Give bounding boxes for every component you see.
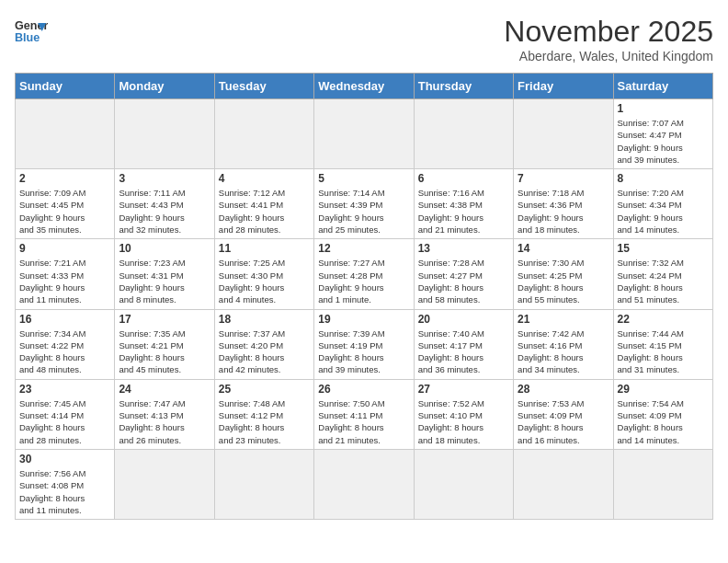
day-number: 17 xyxy=(119,313,210,326)
calendar-day-cell: 2Sunrise: 7:09 AM Sunset: 4:45 PM Daylig… xyxy=(16,169,115,239)
weekday-header-row: SundayMondayTuesdayWednesdayThursdayFrid… xyxy=(16,74,713,99)
day-info: Sunrise: 7:12 AM Sunset: 4:41 PM Dayligh… xyxy=(219,187,310,236)
location: Aberdare, Wales, United Kingdom xyxy=(504,49,713,63)
day-info: Sunrise: 7:28 AM Sunset: 4:27 PM Dayligh… xyxy=(418,257,509,305)
day-info: Sunrise: 7:48 AM Sunset: 4:12 PM Dayligh… xyxy=(219,397,310,446)
calendar-day-cell: 18Sunrise: 7:37 AM Sunset: 4:20 PM Dayli… xyxy=(214,309,313,379)
calendar-day-cell: 1Sunrise: 7:07 AM Sunset: 4:47 PM Daylig… xyxy=(613,99,712,169)
day-number: 21 xyxy=(518,313,609,326)
day-number: 12 xyxy=(318,242,409,255)
day-info: Sunrise: 7:34 AM Sunset: 4:22 PM Dayligh… xyxy=(19,327,110,376)
day-number: 13 xyxy=(418,242,509,255)
calendar-week-row: 23Sunrise: 7:45 AM Sunset: 4:14 PM Dayli… xyxy=(16,379,713,449)
calendar-day-cell: 12Sunrise: 7:27 AM Sunset: 4:28 PM Dayli… xyxy=(314,239,414,309)
calendar-day-cell: 19Sunrise: 7:39 AM Sunset: 4:19 PM Dayli… xyxy=(314,309,414,379)
calendar-day-cell: 3Sunrise: 7:11 AM Sunset: 4:43 PM Daylig… xyxy=(115,169,214,239)
calendar-day-cell xyxy=(115,99,214,169)
day-number: 26 xyxy=(318,383,409,396)
calendar-day-cell: 13Sunrise: 7:28 AM Sunset: 4:27 PM Dayli… xyxy=(414,239,513,309)
calendar-day-cell xyxy=(414,99,513,169)
day-number: 19 xyxy=(318,313,409,326)
day-info: Sunrise: 7:30 AM Sunset: 4:25 PM Dayligh… xyxy=(518,257,609,305)
month-title: November 2025 xyxy=(504,15,713,49)
calendar-day-cell: 26Sunrise: 7:50 AM Sunset: 4:11 PM Dayli… xyxy=(314,379,414,449)
calendar-day-cell xyxy=(16,99,115,169)
calendar-day-cell: 16Sunrise: 7:34 AM Sunset: 4:22 PM Dayli… xyxy=(16,309,115,379)
calendar-day-cell: 14Sunrise: 7:30 AM Sunset: 4:25 PM Dayli… xyxy=(514,239,613,309)
calendar-day-cell: 20Sunrise: 7:40 AM Sunset: 4:17 PM Dayli… xyxy=(414,309,513,379)
day-number: 20 xyxy=(418,313,509,326)
calendar-day-cell: 11Sunrise: 7:25 AM Sunset: 4:30 PM Dayli… xyxy=(214,239,313,309)
weekday-header-monday: Monday xyxy=(115,74,214,99)
calendar-day-cell xyxy=(514,99,613,169)
day-number: 24 xyxy=(119,383,210,396)
calendar-day-cell: 21Sunrise: 7:42 AM Sunset: 4:16 PM Dayli… xyxy=(514,309,613,379)
calendar-day-cell: 15Sunrise: 7:32 AM Sunset: 4:24 PM Dayli… xyxy=(613,239,712,309)
calendar-day-cell: 4Sunrise: 7:12 AM Sunset: 4:41 PM Daylig… xyxy=(214,169,313,239)
day-number: 22 xyxy=(618,313,709,326)
day-number: 3 xyxy=(119,172,210,185)
day-number: 29 xyxy=(618,383,709,396)
day-info: Sunrise: 7:45 AM Sunset: 4:14 PM Dayligh… xyxy=(19,397,110,446)
day-number: 7 xyxy=(518,172,609,185)
calendar-table: SundayMondayTuesdayWednesdayThursdayFrid… xyxy=(15,73,713,520)
day-number: 23 xyxy=(19,383,110,396)
weekday-header-friday: Friday xyxy=(514,74,613,99)
day-number: 14 xyxy=(518,242,609,255)
day-info: Sunrise: 7:27 AM Sunset: 4:28 PM Dayligh… xyxy=(318,257,409,305)
calendar-day-cell xyxy=(115,449,214,519)
calendar-day-cell: 22Sunrise: 7:44 AM Sunset: 4:15 PM Dayli… xyxy=(613,309,712,379)
calendar-day-cell xyxy=(214,99,313,169)
logo: General Blue xyxy=(15,15,48,48)
day-number: 1 xyxy=(618,102,709,115)
calendar-day-cell: 29Sunrise: 7:54 AM Sunset: 4:09 PM Dayli… xyxy=(613,379,712,449)
day-info: Sunrise: 7:16 AM Sunset: 4:38 PM Dayligh… xyxy=(418,187,509,236)
day-info: Sunrise: 7:35 AM Sunset: 4:21 PM Dayligh… xyxy=(119,327,210,376)
calendar-day-cell: 17Sunrise: 7:35 AM Sunset: 4:21 PM Dayli… xyxy=(115,309,214,379)
day-number: 15 xyxy=(618,242,709,255)
weekday-header-sunday: Sunday xyxy=(16,74,115,99)
calendar-day-cell: 23Sunrise: 7:45 AM Sunset: 4:14 PM Dayli… xyxy=(16,379,115,449)
day-number: 2 xyxy=(19,172,110,185)
day-info: Sunrise: 7:42 AM Sunset: 4:16 PM Dayligh… xyxy=(518,327,609,376)
day-info: Sunrise: 7:18 AM Sunset: 4:36 PM Dayligh… xyxy=(518,187,609,236)
day-info: Sunrise: 7:37 AM Sunset: 4:20 PM Dayligh… xyxy=(219,327,310,376)
day-info: Sunrise: 7:14 AM Sunset: 4:39 PM Dayligh… xyxy=(318,187,409,236)
calendar-header: General Blue November 2025 Aberdare, Wal… xyxy=(15,15,713,63)
calendar-day-cell: 28Sunrise: 7:53 AM Sunset: 4:09 PM Dayli… xyxy=(514,379,613,449)
day-info: Sunrise: 7:56 AM Sunset: 4:08 PM Dayligh… xyxy=(19,467,110,516)
day-info: Sunrise: 7:11 AM Sunset: 4:43 PM Dayligh… xyxy=(119,187,210,236)
day-info: Sunrise: 7:44 AM Sunset: 4:15 PM Dayligh… xyxy=(618,327,709,376)
calendar-day-cell xyxy=(214,449,313,519)
day-number: 25 xyxy=(219,383,310,396)
calendar-day-cell xyxy=(414,449,513,519)
day-info: Sunrise: 7:39 AM Sunset: 4:19 PM Dayligh… xyxy=(318,327,409,376)
day-info: Sunrise: 7:07 AM Sunset: 4:47 PM Dayligh… xyxy=(618,117,709,166)
calendar-day-cell: 8Sunrise: 7:20 AM Sunset: 4:34 PM Daylig… xyxy=(613,169,712,239)
day-info: Sunrise: 7:20 AM Sunset: 4:34 PM Dayligh… xyxy=(618,187,709,236)
weekday-header-wednesday: Wednesday xyxy=(314,74,414,99)
day-number: 11 xyxy=(219,242,310,255)
calendar-week-row: 1Sunrise: 7:07 AM Sunset: 4:47 PM Daylig… xyxy=(16,99,713,169)
day-info: Sunrise: 7:53 AM Sunset: 4:09 PM Dayligh… xyxy=(518,397,609,446)
day-info: Sunrise: 7:25 AM Sunset: 4:30 PM Dayligh… xyxy=(219,257,310,305)
day-info: Sunrise: 7:50 AM Sunset: 4:11 PM Dayligh… xyxy=(318,397,409,446)
day-info: Sunrise: 7:32 AM Sunset: 4:24 PM Dayligh… xyxy=(618,257,709,305)
weekday-header-tuesday: Tuesday xyxy=(214,74,313,99)
calendar-week-row: 2Sunrise: 7:09 AM Sunset: 4:45 PM Daylig… xyxy=(16,169,713,239)
day-info: Sunrise: 7:40 AM Sunset: 4:17 PM Dayligh… xyxy=(418,327,509,376)
calendar-day-cell: 10Sunrise: 7:23 AM Sunset: 4:31 PM Dayli… xyxy=(115,239,214,309)
calendar-week-row: 16Sunrise: 7:34 AM Sunset: 4:22 PM Dayli… xyxy=(16,309,713,379)
day-number: 18 xyxy=(219,313,310,326)
day-number: 30 xyxy=(19,453,110,465)
day-number: 6 xyxy=(418,172,509,185)
day-info: Sunrise: 7:09 AM Sunset: 4:45 PM Dayligh… xyxy=(19,187,110,236)
day-info: Sunrise: 7:54 AM Sunset: 4:09 PM Dayligh… xyxy=(618,397,709,446)
calendar-week-row: 30Sunrise: 7:56 AM Sunset: 4:08 PM Dayli… xyxy=(16,449,713,519)
day-info: Sunrise: 7:21 AM Sunset: 4:33 PM Dayligh… xyxy=(19,257,110,305)
day-number: 5 xyxy=(318,172,409,185)
day-number: 4 xyxy=(219,172,310,185)
day-number: 28 xyxy=(518,383,609,396)
calendar-day-cell: 7Sunrise: 7:18 AM Sunset: 4:36 PM Daylig… xyxy=(514,169,613,239)
day-number: 10 xyxy=(119,242,210,255)
